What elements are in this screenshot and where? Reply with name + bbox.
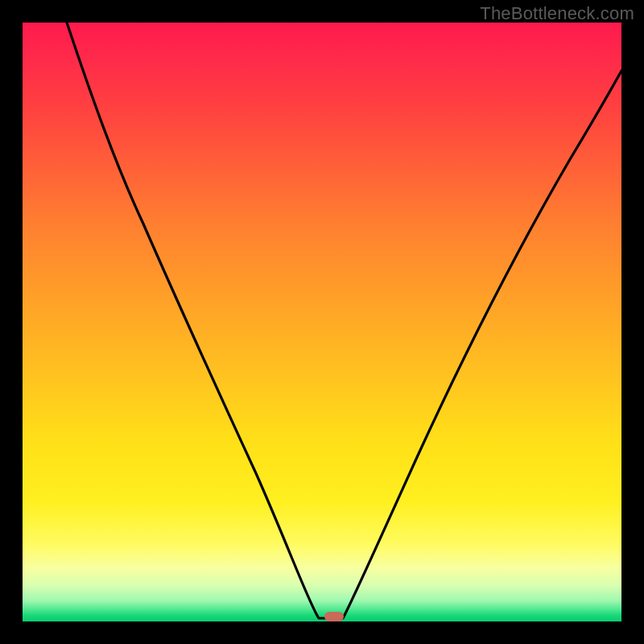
bottleneck-curve: [67, 23, 621, 618]
plot-area: [23, 23, 621, 621]
watermark-text: TheBottleneck.com: [480, 3, 634, 24]
minimum-marker: [324, 612, 344, 621]
chart-container: TheBottleneck.com: [0, 0, 644, 644]
chart-svg: [23, 23, 621, 621]
